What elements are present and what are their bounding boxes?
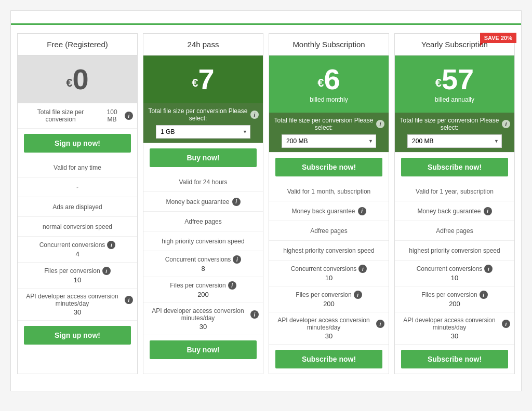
plan-title-24h: 24h pass bbox=[143, 34, 263, 56]
files-per-conv-value: 200 bbox=[449, 300, 460, 308]
concurrent-label: Concurrent conversions bbox=[291, 265, 357, 272]
files-per-conv-row-monthly: Files per conversioni200 bbox=[269, 286, 389, 312]
plan-col-yearly: SAVE 20%Yearly Subscription€57billed ann… bbox=[394, 33, 515, 374]
validity-text: Valid for 24 hours bbox=[179, 179, 227, 186]
info-icon-api[interactable]: i bbox=[125, 296, 133, 304]
info-icon-concurrent[interactable]: i bbox=[358, 265, 367, 273]
ad-policy-row-monthly: Adfree pages bbox=[269, 221, 389, 241]
info-icon-filesperconv[interactable]: i bbox=[102, 267, 111, 275]
concurrent-row-monthly: Concurrent conversionsi10 bbox=[269, 261, 389, 286]
info-icon-filesperconv[interactable]: i bbox=[228, 281, 236, 290]
api-row-free: API developer access conversion minutes/… bbox=[18, 289, 137, 321]
speed-text: high priority conversion speed bbox=[162, 238, 244, 245]
money-back-row-24h: Money back guaranteei bbox=[143, 192, 263, 212]
plan-title-monthly: Monthly Subscription bbox=[269, 34, 389, 56]
file-size-label: Total file size per conversion Please se… bbox=[273, 117, 374, 131]
file-size-label: Total file size per conversion bbox=[22, 108, 99, 123]
info-icon-api[interactable]: i bbox=[376, 320, 384, 328]
money-back-text: - bbox=[76, 184, 78, 191]
files-per-conv-row-free: Files per conversioni10 bbox=[18, 263, 137, 289]
ad-policy-text: Adfree pages bbox=[310, 227, 347, 235]
concurrent-label: Concurrent conversions bbox=[39, 241, 105, 249]
ad-policy-row-24h: Adfree pages bbox=[143, 212, 263, 231]
info-icon-api[interactable]: i bbox=[502, 320, 510, 328]
files-per-conv-value: 200 bbox=[197, 291, 209, 298]
info-icon-filesize[interactable]: i bbox=[125, 112, 133, 120]
api-value: 30 bbox=[74, 308, 81, 316]
price-currency: € bbox=[435, 76, 442, 89]
api-value: 30 bbox=[325, 332, 332, 340]
files-per-conv-row-24h: Files per conversioni200 bbox=[143, 277, 263, 303]
price-currency: € bbox=[66, 76, 72, 89]
plan-col-monthly: Monthly Subscription€6billed monthlyTota… bbox=[269, 33, 389, 374]
file-size-row-24h: Total file size per conversion Please se… bbox=[143, 103, 263, 143]
info-icon-filesperconv[interactable]: i bbox=[354, 291, 362, 299]
info-icon-moneyback[interactable]: i bbox=[358, 207, 366, 215]
price-box-monthly: €6billed monthly bbox=[269, 56, 389, 113]
validity-row-free: Valid for any time bbox=[18, 158, 137, 177]
api-label: API developer access conversion minutes/… bbox=[148, 307, 248, 322]
info-icon-moneyback[interactable]: i bbox=[484, 207, 492, 215]
ad-policy-row-yearly: Adfree pages bbox=[395, 221, 514, 241]
api-row-yearly: API developer access conversion minutes/… bbox=[395, 312, 514, 345]
subscribe-btn-bottom-24h[interactable]: Buy now! bbox=[150, 340, 257, 359]
price-sub: billed annually bbox=[400, 96, 509, 103]
subscribe-btn-top-monthly[interactable]: Subscribe now! bbox=[275, 158, 382, 176]
validity-text: Valid for 1 year, subscription bbox=[416, 188, 494, 195]
plans-container: Free (Registered)€0Total file size per c… bbox=[11, 25, 521, 380]
price-box-24h: €7 bbox=[143, 56, 263, 103]
files-per-conv-row-yearly: Files per conversioni200 bbox=[395, 286, 514, 312]
concurrent-row-free: Concurrent conversionsi4 bbox=[18, 237, 137, 263]
info-icon-filesize[interactable]: i bbox=[502, 120, 510, 128]
money-back-text: Money back guarantee bbox=[166, 198, 229, 206]
concurrent-row-24h: Concurrent conversionsi8 bbox=[143, 251, 263, 277]
file-size-select-monthly[interactable]: 100 MB200 MB500 MB1 GB2 GB bbox=[282, 134, 376, 148]
info-icon-moneyback[interactable]: i bbox=[232, 198, 241, 206]
file-size-label: Total file size per conversion Please se… bbox=[399, 117, 500, 131]
subscribe-btn-top-free[interactable]: Sign up now! bbox=[24, 134, 131, 153]
files-per-conv-value: 200 bbox=[323, 300, 335, 308]
price-box-yearly: €57billed annually bbox=[395, 56, 514, 113]
info-icon-concurrent[interactable]: i bbox=[233, 255, 241, 264]
file-size-select-wrapper-monthly: 100 MB200 MB500 MB1 GB2 GB bbox=[282, 134, 376, 148]
info-icon-concurrent[interactable]: i bbox=[484, 265, 493, 273]
price-amount: 6 bbox=[324, 63, 340, 95]
speed-row-free: normal conversion speed bbox=[18, 217, 137, 237]
info-icon-filesize[interactable]: i bbox=[250, 111, 259, 119]
ad-policy-text: Adfree pages bbox=[436, 227, 473, 235]
subscribe-btn-bottom-free[interactable]: Sign up now! bbox=[24, 326, 131, 345]
subscribe-btn-bottom-yearly[interactable]: Subscribe now! bbox=[401, 350, 508, 368]
api-value: 30 bbox=[451, 332, 458, 340]
info-icon-concurrent[interactable]: i bbox=[107, 241, 115, 249]
price-amount: 57 bbox=[442, 63, 474, 95]
ad-policy-text: Adfree pages bbox=[184, 218, 221, 225]
speed-text: normal conversion speed bbox=[43, 223, 112, 230]
file-size-select-yearly[interactable]: 100 MB200 MB500 MB1 GB2 GB bbox=[407, 134, 502, 148]
file-size-select-24h[interactable]: 100 MB200 MB500 MB1 GB2 GB bbox=[156, 125, 250, 139]
subscribe-btn-top-24h[interactable]: Buy now! bbox=[150, 148, 257, 167]
api-label: API developer access conversion minutes/… bbox=[22, 293, 123, 307]
speed-row-yearly: highest priority conversion speed bbox=[395, 241, 514, 261]
file-size-select-wrapper-yearly: 100 MB200 MB500 MB1 GB2 GB bbox=[407, 134, 502, 148]
money-back-row-monthly: Money back guaranteei bbox=[269, 201, 389, 221]
file-size-row-free: Total file size per conversion100 MBi bbox=[18, 103, 137, 129]
plan-title-free: Free (Registered) bbox=[18, 34, 137, 56]
price-sub: billed monthly bbox=[274, 96, 383, 103]
concurrent-label: Concurrent conversions bbox=[417, 265, 483, 272]
file-size-select-wrapper-24h: 100 MB200 MB500 MB1 GB2 GB bbox=[156, 125, 250, 139]
price-amount: 7 bbox=[198, 63, 215, 95]
price-currency: € bbox=[192, 76, 198, 89]
api-value: 30 bbox=[200, 323, 207, 331]
info-icon-filesize[interactable]: i bbox=[376, 120, 384, 128]
speed-row-24h: high priority conversion speed bbox=[143, 231, 263, 251]
info-icon-api[interactable]: i bbox=[250, 310, 259, 319]
files-per-conv-value: 10 bbox=[74, 276, 81, 284]
subscribe-btn-top-yearly[interactable]: Subscribe now! bbox=[401, 158, 508, 176]
money-back-row-yearly: Money back guaranteei bbox=[395, 201, 514, 221]
files-per-conv-label: Files per conversion bbox=[296, 291, 351, 298]
concurrent-label: Concurrent conversions bbox=[165, 256, 231, 263]
page-header bbox=[11, 11, 521, 25]
subscribe-btn-bottom-monthly[interactable]: Subscribe now! bbox=[275, 350, 382, 368]
plan-col-24h: 24h pass€7Total file size per conversion… bbox=[143, 33, 263, 374]
info-icon-filesperconv[interactable]: i bbox=[480, 291, 488, 299]
